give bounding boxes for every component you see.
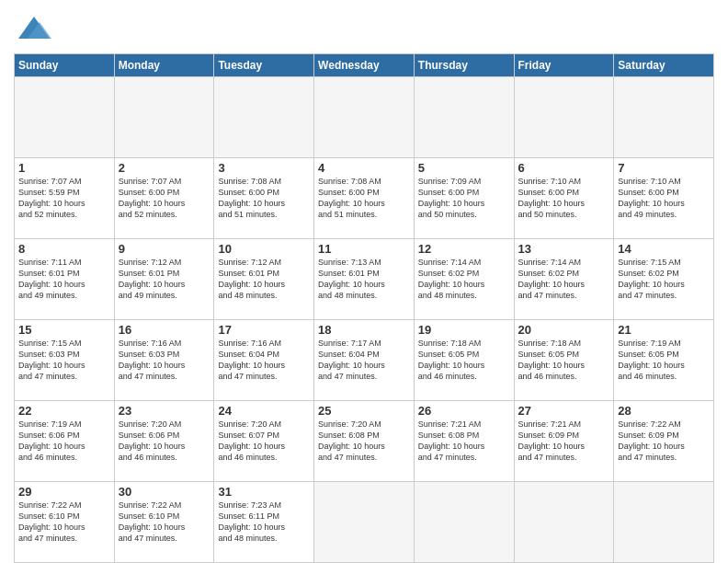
calendar-cell: 18Sunrise: 7:17 AM Sunset: 6:04 PM Dayli…: [314, 320, 415, 401]
day-info: Sunrise: 7:15 AM Sunset: 6:03 PM Dayligh…: [18, 338, 110, 383]
day-number: 11: [318, 242, 410, 256]
day-number: 26: [418, 404, 510, 418]
calendar-cell: 6Sunrise: 7:10 AM Sunset: 6:00 PM Daylig…: [514, 158, 614, 239]
day-number: 15: [18, 323, 110, 337]
day-number: 16: [119, 323, 210, 337]
day-info: Sunrise: 7:17 AM Sunset: 6:04 PM Dayligh…: [318, 338, 410, 383]
calendar-cell: [514, 77, 614, 158]
day-info: Sunrise: 7:12 AM Sunset: 6:01 PM Dayligh…: [119, 257, 210, 302]
calendar-cell: [314, 77, 415, 158]
day-number: 21: [618, 323, 710, 337]
calendar-cell: [214, 77, 314, 158]
day-number: 9: [119, 242, 210, 256]
calendar-cell: 15Sunrise: 7:15 AM Sunset: 6:03 PM Dayli…: [15, 320, 115, 401]
calendar-cell: [414, 77, 514, 158]
calendar-cell: [15, 77, 115, 158]
day-number: 5: [418, 161, 510, 175]
calendar-cell: [114, 77, 214, 158]
calendar-cell: 11Sunrise: 7:13 AM Sunset: 6:01 PM Dayli…: [314, 239, 415, 320]
header: [14, 9, 714, 46]
day-info: Sunrise: 7:21 AM Sunset: 6:08 PM Dayligh…: [418, 419, 510, 464]
day-info: Sunrise: 7:22 AM Sunset: 6:10 PM Dayligh…: [18, 500, 110, 545]
weekday-header-wednesday: Wednesday: [314, 54, 415, 77]
weekday-header-row: SundayMondayTuesdayWednesdayThursdayFrid…: [15, 54, 714, 77]
calendar-cell: 4Sunrise: 7:08 AM Sunset: 6:00 PM Daylig…: [314, 158, 415, 239]
calendar-cell: 19Sunrise: 7:18 AM Sunset: 6:05 PM Dayli…: [414, 320, 514, 401]
week-row-1: [15, 77, 714, 158]
day-info: Sunrise: 7:08 AM Sunset: 6:00 PM Dayligh…: [218, 176, 310, 221]
calendar-cell: 14Sunrise: 7:15 AM Sunset: 6:02 PM Dayli…: [614, 239, 714, 320]
day-info: Sunrise: 7:16 AM Sunset: 6:04 PM Dayligh…: [218, 338, 310, 383]
weekday-header-monday: Monday: [114, 54, 214, 77]
day-number: 6: [518, 161, 610, 175]
week-row-2: 1Sunrise: 7:07 AM Sunset: 5:59 PM Daylig…: [15, 158, 714, 239]
calendar-cell: 26Sunrise: 7:21 AM Sunset: 6:08 PM Dayli…: [414, 401, 514, 482]
weekday-header-tuesday: Tuesday: [214, 54, 314, 77]
calendar-cell: 27Sunrise: 7:21 AM Sunset: 6:09 PM Dayli…: [514, 401, 614, 482]
day-number: 3: [218, 161, 310, 175]
calendar-cell: [614, 77, 714, 158]
calendar-cell: 12Sunrise: 7:14 AM Sunset: 6:02 PM Dayli…: [414, 239, 514, 320]
calendar-cell: 25Sunrise: 7:20 AM Sunset: 6:08 PM Dayli…: [314, 401, 415, 482]
day-info: Sunrise: 7:15 AM Sunset: 6:02 PM Dayligh…: [618, 257, 710, 302]
calendar-cell: 24Sunrise: 7:20 AM Sunset: 6:07 PM Dayli…: [214, 401, 314, 482]
calendar-cell: 21Sunrise: 7:19 AM Sunset: 6:05 PM Dayli…: [614, 320, 714, 401]
day-number: 1: [18, 161, 110, 175]
calendar-cell: 28Sunrise: 7:22 AM Sunset: 6:09 PM Dayli…: [614, 401, 714, 482]
calendar-cell: [614, 482, 714, 563]
calendar-cell: 22Sunrise: 7:19 AM Sunset: 6:06 PM Dayli…: [15, 401, 115, 482]
day-info: Sunrise: 7:07 AM Sunset: 5:59 PM Dayligh…: [18, 176, 110, 221]
day-info: Sunrise: 7:10 AM Sunset: 6:00 PM Dayligh…: [618, 176, 710, 221]
day-number: 30: [119, 485, 210, 499]
day-number: 25: [318, 404, 410, 418]
day-info: Sunrise: 7:14 AM Sunset: 6:02 PM Dayligh…: [418, 257, 510, 302]
day-number: 8: [18, 242, 110, 256]
day-number: 28: [618, 404, 710, 418]
day-info: Sunrise: 7:20 AM Sunset: 6:06 PM Dayligh…: [119, 419, 210, 464]
day-number: 22: [18, 404, 110, 418]
day-number: 19: [418, 323, 510, 337]
day-info: Sunrise: 7:11 AM Sunset: 6:01 PM Dayligh…: [18, 257, 110, 302]
day-info: Sunrise: 7:12 AM Sunset: 6:01 PM Dayligh…: [218, 257, 310, 302]
day-info: Sunrise: 7:07 AM Sunset: 6:00 PM Dayligh…: [119, 176, 210, 221]
weekday-header-thursday: Thursday: [414, 54, 514, 77]
day-number: 17: [218, 323, 310, 337]
week-row-4: 15Sunrise: 7:15 AM Sunset: 6:03 PM Dayli…: [15, 320, 714, 401]
day-number: 10: [218, 242, 310, 256]
calendar-cell: 29Sunrise: 7:22 AM Sunset: 6:10 PM Dayli…: [15, 482, 115, 563]
calendar-cell: 17Sunrise: 7:16 AM Sunset: 6:04 PM Dayli…: [214, 320, 314, 401]
day-info: Sunrise: 7:08 AM Sunset: 6:00 PM Dayligh…: [318, 176, 410, 221]
week-row-3: 8Sunrise: 7:11 AM Sunset: 6:01 PM Daylig…: [15, 239, 714, 320]
calendar-table: SundayMondayTuesdayWednesdayThursdayFrid…: [14, 53, 714, 563]
logo-icon: [14, 9, 55, 46]
day-number: 31: [218, 485, 310, 499]
day-number: 27: [518, 404, 610, 418]
calendar-cell: 10Sunrise: 7:12 AM Sunset: 6:01 PM Dayli…: [214, 239, 314, 320]
calendar-cell: 1Sunrise: 7:07 AM Sunset: 5:59 PM Daylig…: [15, 158, 115, 239]
calendar-cell: 30Sunrise: 7:22 AM Sunset: 6:10 PM Dayli…: [114, 482, 214, 563]
day-number: 14: [618, 242, 710, 256]
calendar-cell: [314, 482, 415, 563]
day-number: 29: [18, 485, 110, 499]
day-info: Sunrise: 7:18 AM Sunset: 6:05 PM Dayligh…: [418, 338, 510, 383]
day-number: 4: [318, 161, 410, 175]
calendar-cell: 5Sunrise: 7:09 AM Sunset: 6:00 PM Daylig…: [414, 158, 514, 239]
logo: [14, 9, 59, 46]
day-info: Sunrise: 7:21 AM Sunset: 6:09 PM Dayligh…: [518, 419, 610, 464]
day-info: Sunrise: 7:16 AM Sunset: 6:03 PM Dayligh…: [119, 338, 210, 383]
calendar-cell: 20Sunrise: 7:18 AM Sunset: 6:05 PM Dayli…: [514, 320, 614, 401]
day-info: Sunrise: 7:20 AM Sunset: 6:08 PM Dayligh…: [318, 419, 410, 464]
day-number: 23: [119, 404, 210, 418]
day-number: 7: [618, 161, 710, 175]
calendar-cell: 9Sunrise: 7:12 AM Sunset: 6:01 PM Daylig…: [114, 239, 214, 320]
page: SundayMondayTuesdayWednesdayThursdayFrid…: [0, 0, 728, 563]
weekday-header-sunday: Sunday: [15, 54, 115, 77]
day-info: Sunrise: 7:23 AM Sunset: 6:11 PM Dayligh…: [218, 500, 310, 545]
calendar-cell: 8Sunrise: 7:11 AM Sunset: 6:01 PM Daylig…: [15, 239, 115, 320]
day-info: Sunrise: 7:10 AM Sunset: 6:00 PM Dayligh…: [518, 176, 610, 221]
day-info: Sunrise: 7:09 AM Sunset: 6:00 PM Dayligh…: [418, 176, 510, 221]
day-info: Sunrise: 7:14 AM Sunset: 6:02 PM Dayligh…: [518, 257, 610, 302]
day-info: Sunrise: 7:22 AM Sunset: 6:10 PM Dayligh…: [119, 500, 210, 545]
calendar-cell: 13Sunrise: 7:14 AM Sunset: 6:02 PM Dayli…: [514, 239, 614, 320]
calendar-cell: 16Sunrise: 7:16 AM Sunset: 6:03 PM Dayli…: [114, 320, 214, 401]
